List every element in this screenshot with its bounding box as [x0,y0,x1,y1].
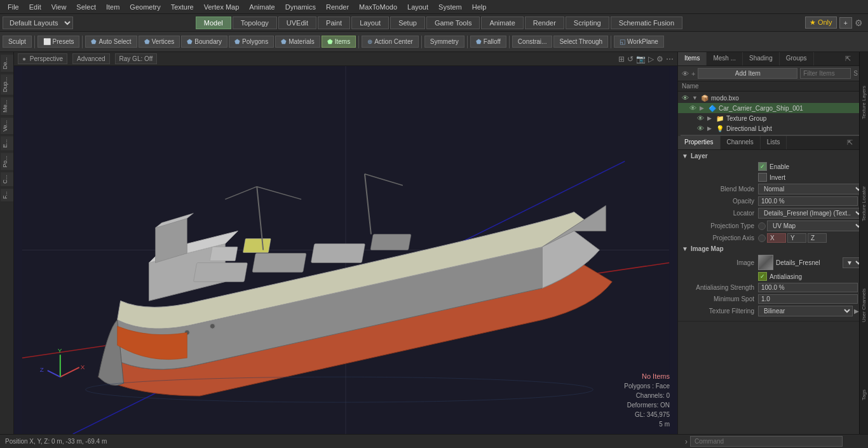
locator-select[interactable]: Details_Fresnel (Image) (Text... [758,208,864,219]
opacity-input[interactable] [758,196,858,206]
projection-z-input[interactable] [808,233,827,243]
layout-tab-render[interactable]: Render [525,17,564,29]
add-layout-button[interactable]: + [839,17,852,29]
min-spot-input[interactable] [758,294,858,304]
vertices-button[interactable]: ⬟ Vertices [139,36,180,48]
boundary-button[interactable]: ⬟ Boundary [181,36,227,48]
tab-channels[interactable]: Channels [721,136,761,149]
layout-tab-gametools[interactable]: Game Tools [426,17,480,29]
menu-render[interactable]: Render [321,2,354,12]
projection-type-select[interactable]: UV Map [767,221,864,231]
command-input[interactable] [690,436,843,447]
settings-icon[interactable]: ⚙ [855,18,863,28]
menu-maxtomodo[interactable]: MaxToModo [354,2,402,12]
menu-geometry[interactable]: Geometry [125,2,165,12]
polygons-button[interactable]: ⬟ Polygons [229,36,274,48]
image-thumbnail[interactable] [758,255,773,270]
tree-item-root[interactable]: 👁 ▼ 📦 modo.bxo [678,93,868,103]
tab-lists[interactable]: Lists [761,136,787,149]
tree-item-texgroup[interactable]: 👁 ▶ 📁 Texture Group [678,113,868,123]
tab-groups[interactable]: Groups [780,52,814,65]
tree-item-mesh[interactable]: 👁 ▶ 🔷 Car_Carrier_Cargo_Ship_001 [678,103,868,113]
items-button[interactable]: ⬟ Items [322,36,356,48]
expand-mesh[interactable]: ▶ [700,105,706,111]
tab-items[interactable]: Items [678,52,707,65]
menu-edit[interactable]: Edit [24,2,46,12]
filter-items-input[interactable] [800,68,851,79]
sidebar-tab-me[interactable]: Me... [1,97,13,115]
layout-tab-topology[interactable]: Topology [233,17,277,29]
sidebar-tab-ve[interactable]: Ve... [1,118,13,134]
layer-expand-icon[interactable]: ▼ [682,153,688,160]
menu-vertex-map[interactable]: Vertex Map [199,2,245,12]
projection-type-radio[interactable] [758,222,766,230]
eye-icon-root[interactable]: 👁 [682,94,689,102]
expand-texgroup[interactable]: ▶ [707,115,714,121]
layout-tab-schematic[interactable]: Schematic Fusion [611,17,682,29]
menu-item[interactable]: Item [101,2,125,12]
auto-select-button[interactable]: ⬟ Auto Select [85,36,137,48]
expand-light[interactable]: ▶ [707,125,714,132]
items-expand-icon[interactable]: ⇱ [841,52,855,65]
menu-dynamics[interactable]: Dynamics [280,2,321,12]
rotate-view-icon[interactable]: ↺ [627,55,634,64]
viewport-more-icon[interactable]: ⋯ [666,55,674,64]
projection-axis-radio[interactable] [758,234,766,242]
materials-button[interactable]: ⬟ Materials [275,36,320,48]
presets-button[interactable]: ⬜ Presets [37,36,80,48]
layout-tab-model[interactable]: Model [196,17,231,29]
edge-tab-texture-locator[interactable]: Texture Locator [861,182,867,225]
eye-icon-mesh[interactable]: 👁 [689,104,696,112]
render-preview-icon[interactable]: ▷ [648,55,654,64]
menu-animate[interactable]: Animate [244,2,280,12]
projection-x-input[interactable] [767,233,786,243]
layout-tab-layout[interactable]: Layout [351,17,389,29]
sculpt-button[interactable]: Sculpt [3,36,32,48]
symmetry-button[interactable]: Symmetry [424,36,465,48]
items-add-icon[interactable]: + [691,70,695,78]
add-item-button[interactable]: Add Item [698,68,797,79]
menu-file[interactable]: File [3,2,24,12]
antialiasing-checkbox[interactable]: ✓ [758,272,767,281]
select-through-button[interactable]: Select Through [553,36,608,48]
action-center-button[interactable]: ⊕ Action Center [362,36,419,48]
display-options-icon[interactable]: ⚙ [656,55,663,64]
sidebar-tab-f[interactable]: F... [1,189,13,201]
eye-icon-light[interactable]: 👁 [697,125,704,132]
sidebar-tab-dup[interactable]: Dup... [1,74,13,95]
expand-root[interactable]: ▼ [692,95,698,101]
tab-mesh[interactable]: Mesh ... [707,52,743,65]
blend-mode-select[interactable]: Normal [758,184,864,194]
menu-system[interactable]: System [433,2,467,12]
sidebar-tab-po[interactable]: Po... [1,153,13,170]
layout-tab-animate[interactable]: Animate [481,17,523,29]
tab-properties[interactable]: Properties [678,136,721,149]
constraints-button[interactable]: Constrai... [512,36,553,48]
viewport-ray-gl-btn[interactable]: Ray GL: Off [115,53,158,64]
layout-tab-setup[interactable]: Setup [390,17,425,29]
edge-tab-tags[interactable]: Tags [861,386,867,404]
layout-tab-scripting[interactable]: Scripting [566,17,609,29]
menu-select[interactable]: Select [71,2,101,12]
viewport-advanced-btn[interactable]: Advanced [72,53,109,64]
enable-checkbox[interactable]: ✓ [758,162,767,171]
items-visibility-icon[interactable]: 👁 [682,70,689,78]
layout-select[interactable]: Default Layouts [3,17,73,29]
edge-tab-texture-layers[interactable]: Texture Layers [861,82,867,123]
fit-view-icon[interactable]: ⊞ [618,55,625,64]
sidebar-tab-e[interactable]: E... [1,137,13,151]
falloff-button[interactable]: ⬟ Falloff [470,36,506,48]
edge-tab-user-channels[interactable]: User Channels [861,285,867,326]
viewport-canvas[interactable]: X Y Z No Items Polygons : Face Channels:… [14,66,677,434]
menu-layout[interactable]: Layout [402,2,433,12]
eye-icon-texgroup[interactable]: 👁 [697,114,704,122]
sidebar-tab-c[interactable]: C... [1,172,13,186]
menu-texture[interactable]: Texture [166,2,199,12]
tex-filter-select[interactable]: Bilinear [758,306,853,316]
tab-shading[interactable]: Shading [743,52,780,65]
tree-item-light[interactable]: 👁 ▶ 💡 Directional Light [678,123,868,133]
sidebar-tab-de[interactable]: De... [1,55,13,72]
image-map-expand-icon[interactable]: ▼ [682,245,688,252]
layout-tab-paint[interactable]: Paint [318,17,350,29]
camera-icon[interactable]: 📷 [636,55,646,64]
